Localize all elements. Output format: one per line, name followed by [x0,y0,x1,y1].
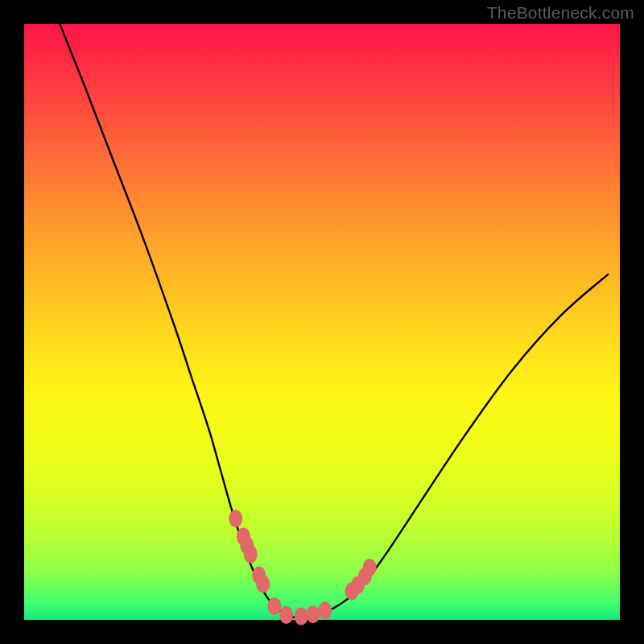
curve-marker [363,559,377,576]
curve-marker [295,608,308,625]
curve-marker [279,606,293,624]
watermark-text: TheBottleneck.com [487,3,634,23]
curve-marker [267,597,281,615]
bottleneck-curve [60,24,608,617]
curve-marker [256,576,270,593]
curve-marker [306,605,320,623]
curve-marker [244,546,258,564]
curve-marker [229,510,242,527]
plot-area [24,24,620,620]
outer-frame: TheBottleneck.com [0,0,644,644]
curve-marker [318,601,332,619]
chart-svg [24,24,620,620]
